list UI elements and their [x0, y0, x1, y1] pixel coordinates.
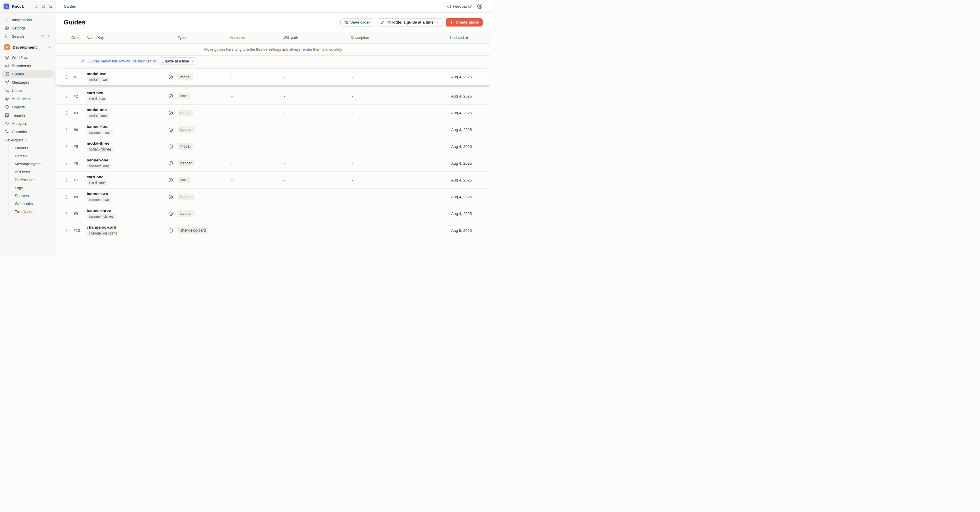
main-content: Guides Feedback? Guides Save order	[56, 0, 490, 256]
guide-audience: -	[229, 144, 282, 149]
sidebar-item-settings[interactable]: Settings	[2, 24, 54, 32]
guide-row[interactable]: #10 changelog-card changelog-card change…	[56, 222, 490, 239]
column-header-url-path: URL path	[282, 36, 350, 40]
guide-row[interactable]: #7 card-one card-one card - - - Aug 4, 2…	[56, 172, 490, 189]
drag-handle[interactable]	[64, 161, 71, 165]
sidebar-item-guides[interactable]: Guides	[2, 70, 54, 78]
guide-name[interactable]: banner-two	[87, 191, 108, 196]
create-guide-button[interactable]: Create guide	[446, 18, 483, 27]
guide-name[interactable]: modal-two	[87, 72, 107, 76]
guide-order: #7	[71, 178, 83, 182]
throttle-ignore-dropzone[interactable]: Move guides here to ignore the throttle …	[56, 44, 490, 56]
sidebar-item-objects[interactable]: Objects	[2, 103, 54, 111]
guide-name[interactable]: card-one	[87, 175, 103, 179]
guide-name[interactable]: modal-one	[87, 108, 107, 112]
guide-row[interactable]: #8 banner-two banner-two banner - - - Au…	[56, 189, 490, 205]
status-check-circle-icon	[168, 144, 173, 149]
status-check-circle-icon	[168, 94, 173, 99]
sidebar-item-label: Preferences	[15, 178, 35, 182]
guide-description: -	[350, 144, 450, 149]
sidebar-item-integrations[interactable]: Integrations	[2, 16, 54, 24]
drag-handle[interactable]	[64, 144, 71, 149]
sort-descending-icon	[381, 20, 385, 24]
sidebar-item-translations[interactable]: Translations	[9, 208, 54, 216]
guide-name-key: banner-four banner-four	[83, 124, 168, 135]
page-title: Guides	[64, 19, 85, 26]
guide-row[interactable]: #4 banner-four banner-four banner - - - …	[56, 121, 490, 138]
drag-handle[interactable]	[64, 178, 71, 182]
guide-type-badge: modal	[178, 74, 193, 80]
sidebar-item-messages[interactable]: Messages	[2, 78, 54, 86]
environment-switcher[interactable]: Development	[2, 43, 54, 52]
guide-name[interactable]: banner-one	[87, 158, 108, 162]
sidebar-item-message-types[interactable]: Message types	[9, 160, 54, 168]
guide-name[interactable]: modal-three	[87, 141, 109, 146]
drag-handle[interactable]	[64, 94, 71, 99]
sidebar-item-layouts[interactable]: Layouts	[9, 144, 54, 152]
guide-type-badge: modal	[178, 143, 193, 149]
drag-handle[interactable]	[64, 111, 71, 115]
guide-key-badge: banner-four	[87, 130, 113, 135]
drag-handle[interactable]	[64, 228, 71, 233]
guide-url-path: -	[282, 178, 350, 182]
guide-row[interactable]: #5 modal-three modal-three modal - - - A…	[56, 138, 490, 155]
table-header-row: Order Name/Key Type Audience URL path De…	[56, 32, 490, 44]
feedback-button[interactable]: Feedback?	[447, 4, 472, 8]
guide-row[interactable]: #6 banner-one banner-one banner - - - Au…	[56, 155, 490, 172]
guide-row[interactable]: #2 card-two card-two card - - - Aug 4, 2…	[56, 88, 490, 105]
guide-name-key: banner-three banner-three	[83, 208, 168, 219]
user-avatar[interactable]	[477, 3, 483, 9]
developers-section-toggle[interactable]: Developers	[2, 137, 54, 144]
sidebar-item-preferences[interactable]: Preferences	[9, 176, 54, 184]
throttle-dropdown-button[interactable]: Throttle: 1 guide at a time	[377, 18, 443, 27]
drag-handle[interactable]	[64, 75, 71, 79]
guide-status	[168, 144, 176, 149]
guide-name[interactable]: banner-four	[87, 124, 109, 129]
user-avatar-icon	[477, 3, 483, 9]
sidebar-item-sources[interactable]: Sources	[9, 192, 54, 200]
guide-audience: -	[229, 111, 282, 115]
throttle-divider-label[interactable]: Guides below this row will be throttled …	[88, 59, 156, 64]
guide-type-badge: banner	[178, 194, 194, 200]
drag-handle[interactable]	[64, 195, 71, 199]
drag-handle[interactable]	[64, 127, 71, 132]
sidebar-item-api-keys[interactable]: API keys	[9, 168, 54, 176]
sidebar-item-audiences[interactable]: Audiences	[2, 95, 54, 103]
guide-row[interactable]: #1 modal-two modal-two modal - - - Aug 4…	[56, 68, 490, 86]
sidebar-item-users[interactable]: Users	[2, 86, 54, 95]
knock-logo[interactable]: k	[3, 3, 10, 10]
workspace-switcher-icon[interactable]	[35, 5, 38, 8]
guide-audience: -	[229, 161, 282, 165]
throttle-value-dropdown[interactable]: 1 guide at a time	[159, 57, 197, 65]
quick-search-icon[interactable]	[48, 5, 52, 8]
guide-name[interactable]: banner-three	[87, 208, 111, 213]
guide-status	[168, 178, 176, 183]
drag-handle[interactable]	[64, 211, 71, 216]
guide-name[interactable]: card-two	[87, 91, 103, 95]
guide-order: #3	[71, 111, 83, 115]
sidebar-item-label: Users	[12, 88, 22, 93]
sidebar-item-logs[interactable]: Logs	[9, 184, 54, 192]
chevron-down-icon	[436, 21, 439, 24]
save-order-button[interactable]: Save order	[340, 18, 374, 27]
sidebar-item-workflows[interactable]: Workflows	[2, 53, 54, 62]
sidebar-item-webhooks[interactable]: Webhooks	[9, 200, 54, 208]
throttle-value-label: 1 guide at a time	[162, 59, 189, 64]
guide-row[interactable]: #3 modal-one modal-one modal - - - Aug 4…	[56, 105, 490, 121]
drag-handle-dots-icon	[66, 144, 69, 149]
guide-url-path: -	[282, 228, 350, 233]
guide-row[interactable]: #9 banner-three banner-three banner - - …	[56, 205, 490, 222]
sidebar-item-tenants[interactable]: Tenants	[2, 111, 54, 119]
sidebar-item-broadcasts[interactable]: Broadcasts	[2, 62, 54, 70]
guide-order: #1	[71, 75, 83, 79]
sidebar-item-analytics[interactable]: Analytics	[2, 119, 54, 127]
workflows-icon	[5, 56, 9, 60]
guide-name[interactable]: changelog-card	[87, 225, 116, 229]
drag-handle-dots-icon	[66, 161, 69, 165]
sidebar-item-search[interactable]: Search ⌘ K	[2, 32, 54, 40]
analytics-activity-icon	[5, 121, 9, 126]
knock-logo-letter: k	[6, 5, 8, 8]
sidebar-item-partials[interactable]: Partials	[9, 152, 54, 160]
notifications-bell-icon[interactable]	[41, 5, 45, 8]
sidebar-item-commits[interactable]: Commits	[2, 127, 54, 136]
